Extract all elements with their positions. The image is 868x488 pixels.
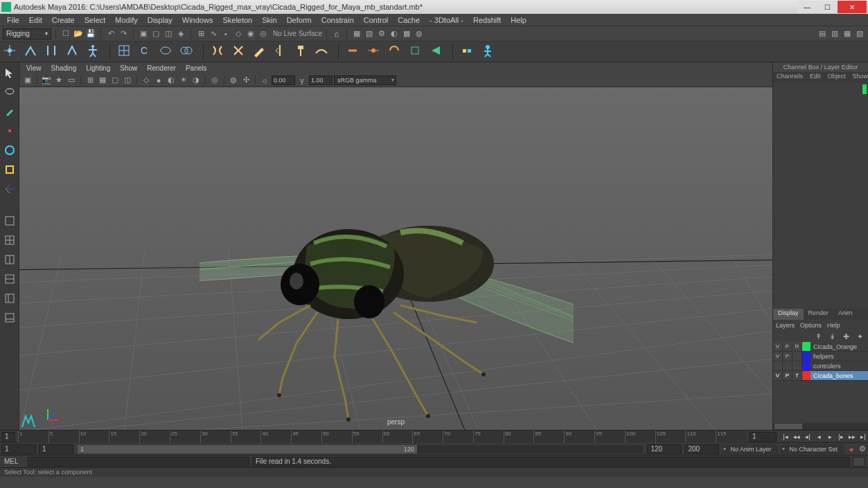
step-back-icon[interactable]: ◂| — [803, 432, 813, 442]
select-hierarchy-icon[interactable]: ▣ — [138, 28, 149, 39]
step-forward-icon[interactable]: |▸ — [836, 432, 846, 442]
layer-playback-toggle[interactable]: P — [783, 352, 792, 361]
human-ik-icon[interactable] — [86, 44, 103, 60]
menu-skin[interactable]: Skin — [258, 15, 281, 25]
paint-weights-icon[interactable] — [252, 44, 269, 60]
textured-icon[interactable]: ◐ — [166, 75, 177, 86]
anim-end-field[interactable]: 200 — [684, 444, 719, 454]
layer-ref-toggle[interactable]: T — [792, 371, 802, 380]
camera-attr-icon[interactable]: 📷 — [41, 75, 52, 86]
wrap-icon[interactable] — [159, 44, 175, 60]
vp-menu-lighting[interactable]: Lighting — [82, 64, 114, 72]
anim-start-field[interactable]: 1 — [1, 444, 36, 454]
current-frame-field-left[interactable]: 1 — [1, 432, 15, 442]
step-forward-key-icon[interactable]: ▸▸ — [847, 432, 857, 442]
play-back-icon[interactable]: ◂ — [814, 432, 824, 442]
tab-anim[interactable]: Anim — [833, 309, 858, 320]
anim-layer-dropdown[interactable]: No Anim Layer — [722, 444, 778, 454]
workspace-mode-dropdown[interactable]: Rigging▾ — [3, 28, 51, 39]
resolution-gate-icon[interactable]: ▢ — [109, 75, 121, 86]
lattice-icon[interactable] — [117, 44, 134, 60]
select-mask-icon[interactable]: ◈ — [175, 28, 186, 39]
layer-row-selected[interactable]: V P T Cicada_bones — [773, 371, 868, 381]
quick-rig-icon[interactable] — [481, 44, 497, 60]
graph-persp-icon[interactable] — [2, 310, 17, 325]
play-forward-icon[interactable]: ▸ — [825, 432, 835, 442]
panel-layout-4-icon[interactable]: ▧ — [854, 28, 865, 39]
new-scene-icon[interactable]: ☐ — [60, 28, 71, 39]
select-camera-icon[interactable]: ▣ — [22, 75, 33, 86]
scale-tool-icon[interactable] — [2, 162, 17, 177]
viewport-3d[interactable]: persp — [19, 87, 772, 430]
layer-color-swatch[interactable] — [802, 352, 811, 361]
constraint-orient-icon[interactable] — [387, 44, 404, 60]
menu-deform[interactable]: Deform — [283, 15, 316, 25]
vp-menu-renderer[interactable]: Renderer — [143, 64, 180, 72]
render-settings-icon[interactable]: ⚙ — [376, 28, 387, 39]
layer-name[interactable]: Cicada_Orange — [811, 343, 868, 350]
menu-redshift[interactable]: Redshift — [469, 15, 505, 25]
character-set-dropdown[interactable]: No Character Set — [781, 444, 844, 454]
snap-point-icon[interactable]: • — [220, 28, 231, 39]
isolate-select-icon[interactable]: ◎ — [209, 75, 220, 86]
new-layer-selected-icon[interactable]: ✦ — [854, 331, 865, 342]
vp-menu-panels[interactable]: Panels — [181, 64, 211, 72]
ik-handle-icon[interactable] — [24, 44, 40, 60]
outliner-persp-icon[interactable] — [2, 291, 17, 306]
menu-file[interactable]: File — [3, 15, 24, 25]
redo-icon[interactable]: ↷ — [118, 28, 129, 39]
go-to-end-icon[interactable]: ▸| — [858, 432, 868, 442]
xray-icon[interactable]: ◍ — [228, 75, 239, 86]
detach-skin-icon[interactable] — [231, 44, 248, 60]
move-tool-icon[interactable] — [2, 123, 17, 138]
cb-menu-object[interactable]: Object — [824, 72, 849, 83]
constraint-parent-icon[interactable] — [346, 44, 362, 60]
gate-mask-icon[interactable]: ◫ — [122, 75, 133, 86]
menu-display[interactable]: Display — [143, 15, 177, 25]
use-lights-icon[interactable]: ☀ — [178, 75, 189, 86]
snap-grid-icon[interactable]: ⊞ — [195, 28, 206, 39]
layer-row[interactable]: controlers — [773, 361, 868, 371]
gamma-icon[interactable]: γ — [296, 75, 308, 86]
step-back-key-icon[interactable]: ◂◂ — [792, 432, 801, 442]
cb-menu-show[interactable]: Show — [849, 72, 868, 83]
cluster-icon[interactable]: C — [138, 44, 154, 60]
undo-icon[interactable]: ↶ — [105, 28, 116, 39]
go-to-start-icon[interactable]: |◂ — [781, 432, 790, 442]
orient-joint-icon[interactable] — [65, 44, 82, 60]
render-frame-icon[interactable]: ▦ — [351, 28, 362, 39]
menu-skeleton[interactable]: Skeleton — [218, 15, 256, 25]
layer-color-swatch[interactable] — [802, 361, 811, 370]
vp-menu-view[interactable]: View — [22, 64, 46, 72]
blend-shape-icon[interactable] — [179, 44, 196, 60]
time-ruler[interactable]: 1510152025303540455055606570758085909510… — [18, 431, 746, 443]
tab-render[interactable]: Render — [804, 309, 834, 320]
menu-cache[interactable]: Cache — [393, 15, 424, 25]
smooth-weights-icon[interactable] — [315, 44, 331, 60]
layer-vis-toggle[interactable]: V — [773, 371, 783, 380]
cb-menu-edit[interactable]: Edit — [806, 72, 824, 83]
layer-name[interactable]: Cicada_bones — [811, 372, 868, 379]
layer-playback-toggle[interactable]: P — [783, 371, 792, 380]
set-driven-key-icon[interactable] — [460, 44, 477, 60]
move-layer-down-icon[interactable]: ↡ — [826, 331, 838, 342]
paint-select-icon[interactable] — [2, 104, 17, 119]
layer-vis-toggle[interactable]: V — [773, 352, 783, 361]
layer-color-swatch[interactable] — [802, 371, 811, 380]
layer-row[interactable]: V P helpers — [773, 352, 868, 361]
menu-create[interactable]: Create — [48, 15, 79, 25]
vp-menu-show[interactable]: Show — [116, 64, 141, 72]
select-object-icon[interactable]: ▢ — [150, 28, 161, 39]
grid-toggle-icon[interactable]: ⊞ — [85, 75, 96, 86]
menu-help[interactable]: Help — [506, 15, 531, 25]
layer-ref-toggle[interactable] — [792, 361, 802, 370]
film-gate-icon[interactable]: ▦ — [97, 75, 108, 86]
snap-curve-icon[interactable]: ∿ — [208, 28, 219, 39]
script-editor-button[interactable] — [853, 457, 865, 467]
joint-tool-icon[interactable] — [3, 44, 19, 60]
ipr-render-icon[interactable]: ▧ — [364, 28, 375, 39]
bookmark-icon[interactable]: ★ — [53, 75, 64, 86]
autokey-toggle-icon[interactable]: ● — [846, 444, 857, 455]
tab-display[interactable]: Display — [773, 309, 804, 320]
menu-modify[interactable]: Modify — [111, 15, 141, 25]
